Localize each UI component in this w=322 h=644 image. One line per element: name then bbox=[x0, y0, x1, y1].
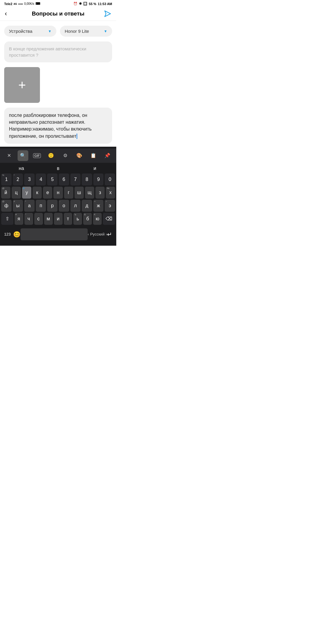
key-o[interactable]: -о bbox=[59, 200, 69, 212]
key-5-main: 5 bbox=[51, 177, 54, 182]
key-yi[interactable]: #ы bbox=[13, 200, 23, 212]
key-t[interactable]: т bbox=[64, 213, 72, 225]
keyboard-clipboard-button[interactable]: 📋 bbox=[88, 150, 99, 161]
language-switcher[interactable]: ‹ Русский › bbox=[88, 232, 107, 236]
model-dropdown-arrow: ▼ bbox=[104, 29, 107, 33]
keyboard-close-button[interactable]: ✕ bbox=[4, 150, 14, 161]
key-y[interactable]: @й bbox=[1, 187, 10, 199]
model-dropdown-label: Honor 9 Lite bbox=[65, 29, 89, 34]
key-0-main: 0 bbox=[109, 177, 111, 182]
key-a[interactable]: *а bbox=[24, 200, 35, 212]
top-bar: ‹ Вопросы и ответы bbox=[0, 7, 116, 21]
keyboard-toolbar: ✕ 🔍 GIF 🙂 ⚙ 🎨 📋 📌 bbox=[0, 148, 116, 163]
keyboard-icon: ⌨ bbox=[35, 2, 40, 6]
key-ts[interactable]: ц bbox=[12, 187, 21, 199]
key-l[interactable]: л bbox=[70, 200, 81, 212]
key-ch[interactable]: "ч bbox=[24, 213, 33, 225]
key-3[interactable]: 3 bbox=[24, 174, 35, 185]
key-ie[interactable]: е bbox=[43, 187, 52, 199]
key-7[interactable]: 7 bbox=[70, 174, 81, 185]
emoji-key[interactable]: 😊 bbox=[13, 231, 21, 238]
content-area: Устройства ▼ Honor 9 Lite ▼ В конце пред… bbox=[0, 21, 116, 147]
key-m[interactable]: м bbox=[44, 213, 53, 225]
keyboard-gif-button[interactable]: GIF bbox=[32, 150, 42, 161]
key-g[interactable]: г bbox=[64, 187, 73, 199]
key-k[interactable]: к bbox=[32, 187, 42, 199]
return-key[interactable]: ↵ bbox=[107, 231, 112, 238]
key-zh[interactable]: ×ж bbox=[93, 200, 104, 212]
status-bar: Tele2 4G ▪▪▪▪ 0,00K/s ⌨ ⏰ ✱ 🔲 55 % 11:53… bbox=[0, 0, 116, 7]
question-input[interactable]: В конце предложения автоматически проста… bbox=[4, 41, 112, 62]
shift-icon: ⇧ bbox=[5, 216, 9, 222]
key-sch[interactable]: щ bbox=[85, 187, 94, 199]
numbers-switch-key[interactable]: 123 bbox=[4, 232, 11, 236]
device-dropdown[interactable]: Устройства ▼ bbox=[4, 26, 56, 37]
key-ya[interactable]: ¥я bbox=[15, 213, 23, 225]
text-input-area[interactable]: после разблокировки телефона, он неправи… bbox=[4, 108, 112, 144]
key-9[interactable]: 9 bbox=[93, 174, 104, 185]
speed-label: 0,00K/s bbox=[24, 2, 34, 5]
battery-label: 55 % bbox=[89, 2, 96, 6]
gif-icon: GIF bbox=[33, 153, 41, 158]
key-2[interactable]: ^2 bbox=[13, 174, 23, 185]
plus-icon: + bbox=[18, 78, 26, 92]
key-9-main: 9 bbox=[97, 177, 100, 182]
key-7-main: 7 bbox=[74, 177, 77, 182]
device-dropdown-arrow: ▼ bbox=[48, 29, 52, 33]
text-input-content: после разблокировки телефона, он неправи… bbox=[9, 113, 92, 139]
key-0[interactable]: 0 bbox=[105, 174, 115, 185]
number-row: %1 ^2 3 4 5 6 7 8 9 0 bbox=[0, 174, 116, 185]
key-d[interactable]: д bbox=[82, 200, 92, 212]
keyboard-bottom-bar: 123 😊 ‹ Русский › ↵ bbox=[0, 226, 116, 246]
model-dropdown[interactable]: Honor 9 Lite ▼ bbox=[60, 26, 112, 37]
key-6-main: 6 bbox=[63, 177, 65, 182]
key-soft[interactable]: Ъь bbox=[73, 213, 82, 225]
lang-left-arrow: ‹ bbox=[88, 232, 89, 236]
key-b[interactable]: $б bbox=[83, 213, 92, 225]
clipboard-icon: 📋 bbox=[90, 153, 96, 158]
status-left: Tele2 4G ▪▪▪▪ 0,00K/s ⌨ bbox=[4, 2, 40, 6]
suggestion-i[interactable]: и bbox=[77, 166, 113, 171]
key-5[interactable]: 5 bbox=[47, 174, 58, 185]
key-u[interactable]: &у bbox=[22, 187, 31, 199]
time-label: 11:53 AM bbox=[98, 2, 112, 6]
key-f[interactable]: @ф bbox=[1, 200, 12, 212]
key-8[interactable]: 8 bbox=[82, 174, 92, 185]
keyboard-pin-button[interactable]: 📌 bbox=[102, 150, 113, 161]
key-kh[interactable]: №х bbox=[106, 187, 115, 199]
keyboard: ✕ 🔍 GIF 🙂 ⚙ 🎨 📋 📌 на в и %1 ^2 3 bbox=[0, 147, 116, 246]
keyboard-sticker-button[interactable]: 🙂 bbox=[46, 150, 56, 161]
add-image-button[interactable]: + bbox=[4, 67, 40, 103]
key-i[interactable]: и bbox=[54, 213, 63, 225]
key-r[interactable]: р bbox=[47, 200, 58, 212]
keyboard-row-3: ⇧ ¥я "ч с м и т Ъь $б €ю ⌫ bbox=[0, 213, 116, 225]
keyboard-row-1: @й ц &у к е н г ш щ з №х bbox=[0, 187, 116, 199]
key-s[interactable]: с bbox=[34, 213, 43, 225]
key-4[interactable]: 4 bbox=[36, 174, 46, 185]
key-1[interactable]: %1 bbox=[1, 174, 12, 185]
key-yu[interactable]: €ю bbox=[93, 213, 102, 225]
palette-icon: 🎨 bbox=[76, 153, 82, 158]
key-z[interactable]: з bbox=[95, 187, 105, 199]
suggestion-na[interactable]: на bbox=[3, 166, 40, 171]
shift-key[interactable]: ⇧ bbox=[1, 213, 13, 225]
device-dropdown-label: Устройства bbox=[9, 29, 32, 34]
space-key[interactable] bbox=[21, 228, 88, 240]
key-e[interactable]: ÷э bbox=[105, 200, 115, 212]
sticker-icon: 🙂 bbox=[48, 153, 54, 158]
send-button[interactable] bbox=[101, 10, 112, 18]
keyboard-search-button[interactable]: 🔍 bbox=[18, 150, 28, 161]
key-n[interactable]: н bbox=[53, 187, 63, 199]
key-p[interactable]: п bbox=[36, 200, 46, 212]
keyboard-settings-button[interactable]: ⚙ bbox=[60, 150, 71, 161]
suggestion-v[interactable]: в bbox=[40, 166, 76, 171]
key-2-sub: ^ bbox=[14, 174, 15, 177]
keyboard-palette-button[interactable]: 🎨 bbox=[74, 150, 85, 161]
backspace-key[interactable]: ⌫ bbox=[103, 213, 115, 225]
key-sh[interactable]: ш bbox=[75, 187, 84, 199]
key-6[interactable]: 6 bbox=[59, 174, 69, 185]
suggestions-row: на в и bbox=[0, 163, 116, 174]
question-placeholder: В конце предложения автоматически проста… bbox=[9, 46, 86, 58]
back-button[interactable]: ‹ bbox=[5, 10, 16, 18]
alarm-icon: ⏰ bbox=[73, 2, 78, 6]
